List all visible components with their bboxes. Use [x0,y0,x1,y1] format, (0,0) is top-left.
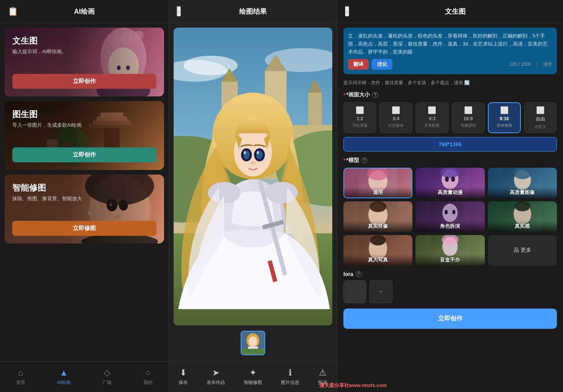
model-realism[interactable]: 真实感 [488,201,557,232]
size-icon-1-2: ⬜ [356,106,364,114]
svg-point-94 [370,235,386,245]
tusheng-create-btn[interactable]: 立即创作 [12,147,156,162]
thumb-scene-0 [241,332,264,354]
size-option-1-2[interactable]: ⬜ 1:2 手机屏幕 [343,102,376,133]
size-icon-16-9: ⬜ [464,106,473,114]
model-more-label: 品 更多 [511,245,533,256]
tusheng-title: 图生图 [12,109,156,120]
xiutu-card[interactable]: 智能修图 抹除、抠图、换背景、智能放大 立即修图 [5,175,164,243]
size-value-display[interactable]: 768*1366 [343,137,557,152]
wentu-card[interactable]: 文生图 输入提示词，AI帮你画。 立即创作 [5,28,164,96]
model-help-icon[interactable]: ? [361,157,368,163]
svg-point-77 [445,176,449,182]
model-portrait[interactable]: 真实肖像 [343,201,412,232]
wentu-create-btn[interactable]: 立即创作 [12,74,156,89]
svg-point-73 [367,168,389,180]
action-bar: ⬇ 保存 ➤ 发布作品 ✦ 智能修图 ℹ 图片信息 ⚠ 投诉 [169,361,337,392]
xiutu-create-btn[interactable]: 立即修图 [12,221,156,236]
svg-point-68 [249,336,258,346]
right-panel: ‹ 文生图 立，凌乱的头发，蓬松的头发，棕色的头发，穿着得体，良好的解剖，正确的… [337,0,563,392]
right-panel-title: 文生图 [355,7,555,16]
size-option-16-9[interactable]: ⬜ 16:9 电脑壁纸 [452,102,485,133]
mid-header: ‹ 绘图结果 [169,0,337,23]
tusheng-content: 图生图 导入一张图片，生成多款AI绘画 立即创作 [5,101,164,170]
svg-rect-71 [359,168,397,198]
action-img-info-label: 图片信息 [281,379,299,386]
lora-label: lora ? [343,271,557,277]
report-icon: ⚠ [319,368,327,378]
size-help-icon[interactable]: ? [372,92,378,98]
nav-ai-draw[interactable]: ▲ AI绘画 [57,368,71,386]
size-option-9-16[interactable]: ⬜ 9:16 宣传海报 [488,102,521,133]
model-img-hq[interactable]: 高质量图像 [488,168,557,198]
model-general[interactable]: 通用 [343,168,412,198]
mid-back-button[interactable]: ‹ [177,6,181,16]
create-button[interactable]: 立即创作 [343,309,557,329]
model-blind-box[interactable]: 盲盒手办 [415,235,484,266]
size-label: * *画面大小 ? [343,91,557,98]
svg-point-84 [369,201,386,212]
thumb-item-0[interactable] [241,331,265,355]
right-content: 立，凌乱的头发，蓬松的头发，棕色的头发，穿着得体，良好的解剖，正确的解剖，5个手… [337,23,563,392]
action-img-info[interactable]: ℹ 图片信息 [281,368,299,386]
action-smart-edit[interactable]: ✦ 智能修图 [244,368,262,386]
nav-square[interactable]: ◇ 广场 [102,368,112,386]
img-info-icon: ℹ [289,368,292,378]
action-save-label: 保存 [179,379,188,386]
size-icon-3-4: ⬜ [392,106,400,114]
nav-home[interactable]: ⌂ 首页 [16,368,25,386]
model-portrait-label: 真实肖像 [343,220,412,232]
refresh-icon[interactable]: 🔄 [464,80,470,85]
model-required-star: * [343,157,345,163]
publish-icon: ➤ [212,368,219,378]
model-grid: 通用 [343,168,557,266]
prompt-textarea[interactable]: 立，凌乱的头发，蓬松的头发，棕色的头发，穿着得体，良好的解剖，正确的解剖，5个手… [343,28,557,74]
optimize-button[interactable]: 优化 [372,59,392,70]
main-result-image[interactable] [174,28,332,325]
nav-profile[interactable]: ○ 我的 [143,368,153,386]
left-header: 📋 AI绘画 [0,0,169,23]
tusheng-desc: 导入一张图片，生成多款AI绘画 [12,122,156,129]
svg-point-72 [368,170,387,192]
model-more[interactable]: 品 更多 [488,235,557,266]
size-name-3-4: 社交媒体 [388,123,404,128]
size-option-3-4[interactable]: ⬜ 3:4 社交媒体 [379,102,412,133]
svg-point-62 [250,161,256,164]
clear-prompt-button[interactable]: 清空 [543,61,552,68]
model-role[interactable]: 角色扮演 [415,201,484,232]
size-ratio-1-2: 1:2 [356,116,363,121]
action-smart-edit-label: 智能修图 [244,379,262,386]
lora-label-text: lora [343,271,353,277]
square-icon: ◇ [104,368,110,378]
action-report[interactable]: ⚠ 投诉 [318,368,327,386]
lora-add-btn[interactable]: + [369,280,392,303]
size-option-4-3[interactable]: ⬜ 4:3 文章配图 [415,102,448,133]
translate-button[interactable]: 翻译 [348,59,369,70]
model-photo[interactable]: 真人写真 [343,235,412,266]
size-name-9-16: 宣传海报 [497,123,512,128]
size-option-free[interactable]: ⬜ 自由 自定义 [524,102,557,133]
right-back-button[interactable]: ‹ [345,6,349,16]
model-anime-hq[interactable]: 高质量动漫 [415,168,484,198]
left-header-title: AI绘画 [74,7,95,16]
svg-point-60 [244,151,246,154]
tusheng-card[interactable]: 图生图 导入一张图片，生成多款AI绘画 立即创作 [5,101,164,170]
model-label: * *模型 ? [343,157,557,164]
ai-draw-icon: ▲ [60,368,68,378]
lora-help-icon[interactable]: ? [356,271,362,277]
prompt-actions: 翻译 优化 135 / 1000 | 清空 [348,59,552,70]
xiutu-desc: 抹除、抠图、换背景、智能放大 [12,195,156,202]
action-publish[interactable]: ➤ 发布作品 [207,368,225,386]
model-realism-label: 真实感 [488,220,557,232]
size-icon-4-3: ⬜ [428,106,436,114]
svg-point-88 [452,210,455,214]
model-blind-box-label: 盲盒手办 [415,254,484,266]
nav-square-label: 广场 [102,379,112,386]
left-panel: 📋 AI绘画 [0,0,169,392]
wentu-desc: 输入提示词，AI帮你画。 [12,48,156,55]
action-save[interactable]: ⬇ 保存 [179,368,188,386]
size-section: * *画面大小 ? ⬜ 1:2 手机屏幕 ⬜ 3:4 社交媒体 [343,91,557,152]
xiutu-title: 智能修图 [12,182,156,194]
lora-thumb-0[interactable] [343,280,366,303]
size-name-16-9: 电脑壁纸 [461,123,476,128]
